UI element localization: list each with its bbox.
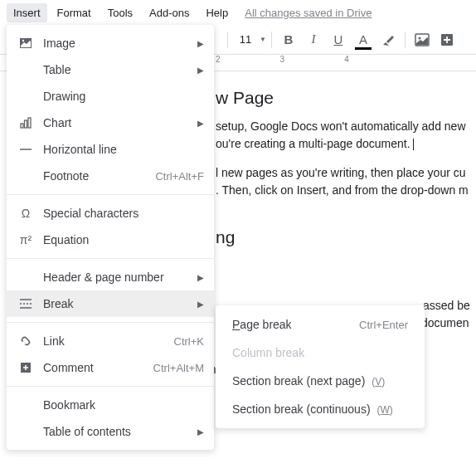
shortcut: Ctrl+K (174, 335, 204, 348)
menu-item-table[interactable]: Table ▶ (7, 56, 214, 83)
menu-label: Horizontal line (43, 143, 204, 156)
menu-item-special-chars[interactable]: Ω Special characters (7, 200, 214, 227)
menu-label: Table (43, 63, 197, 76)
ruler-mark: 3 (280, 55, 285, 64)
text-cursor (413, 139, 414, 150)
blank-icon (17, 423, 35, 440)
blank-icon (17, 269, 35, 285)
blank-icon (17, 88, 35, 105)
submenu-item-section-break-next[interactable]: Section break (next page) (V) (216, 367, 425, 395)
bold-button[interactable]: B (277, 28, 300, 51)
separator (7, 386, 214, 387)
horizontal-line-icon (17, 141, 35, 158)
blank-icon (17, 397, 35, 413)
chevron-right-icon: ▶ (197, 119, 204, 128)
menu-label: Link (43, 334, 174, 348)
paragraph: setup, Google Docs won't automatically a… (216, 118, 476, 153)
shortcut: Ctrl+Alt+F (155, 170, 204, 183)
menu-item-drawing[interactable]: Drawing (7, 83, 214, 110)
menu-label: Break (43, 297, 197, 310)
submenu-item-section-break-continuous[interactable]: Section break (continuous) (W) (216, 395, 425, 423)
menu-insert[interactable]: Insert (7, 3, 47, 22)
menu-help[interactable]: Help (199, 3, 235, 22)
menu-label: Footnote (43, 169, 155, 183)
saved-status[interactable]: All changes saved in Drive (245, 7, 372, 19)
chevron-right-icon: ▶ (197, 39, 204, 48)
image-icon (17, 35, 35, 51)
insert-image-button[interactable] (410, 28, 434, 51)
italic-button[interactable]: I (302, 28, 325, 51)
blank-icon (17, 168, 35, 184)
menu-label: Header & page number (43, 271, 197, 284)
link-icon (17, 333, 35, 349)
menu-label: Comment (43, 361, 153, 374)
pi-icon: π² (17, 232, 35, 248)
submenu-label: Section break (next page) (V) (232, 374, 408, 388)
heading: w Page (216, 88, 476, 108)
svg-point-1 (418, 37, 420, 39)
add-button[interactable] (435, 28, 459, 51)
submenu-item-page-break[interactable]: Page break Ctrl+Enter (216, 310, 425, 339)
menu-item-hline[interactable]: Horizontal line (7, 136, 214, 163)
menu-item-comment[interactable]: Comment Ctrl+Alt+M (7, 354, 214, 381)
chart-icon (17, 115, 35, 131)
submenu-label: Section break (continuous) (W) (232, 402, 408, 416)
chevron-right-icon: ▶ (197, 66, 204, 75)
menu-label: Chart (43, 116, 197, 129)
separator (405, 32, 406, 48)
submenu-label: Page break (232, 318, 359, 331)
ruler-mark: 2 (216, 55, 221, 64)
separator (7, 258, 214, 259)
ruler-mark: 4 (344, 55, 349, 64)
svg-rect-7 (28, 118, 31, 128)
font-size-value: 11 (233, 33, 258, 46)
paragraph: l new pages as you're writing, then plac… (216, 164, 476, 199)
chevron-right-icon: ▶ (197, 273, 204, 282)
menu-item-break[interactable]: Break ▶ (7, 290, 214, 317)
svg-rect-6 (25, 120, 27, 128)
text-color-button[interactable]: A (352, 28, 375, 51)
svg-rect-5 (21, 124, 23, 128)
menu-label: Special characters (43, 207, 204, 220)
heading: ng (216, 227, 476, 247)
chevron-right-icon: ▶ (197, 300, 204, 309)
menu-item-link[interactable]: Link Ctrl+K (7, 328, 214, 354)
menu-item-bookmark[interactable]: Bookmark (7, 392, 214, 418)
menu-item-toc[interactable]: Table of contents ▶ (7, 418, 214, 445)
separator (7, 322, 214, 323)
chevron-down-icon: ▼ (260, 36, 266, 43)
menu-label: Drawing (43, 90, 204, 103)
separator (271, 32, 272, 48)
break-submenu: Page break Ctrl+Enter Column break Secti… (216, 305, 425, 428)
menu-tools[interactable]: Tools (101, 3, 139, 22)
submenu-label: Column break (232, 346, 408, 359)
menu-item-image[interactable]: Image ▶ (7, 30, 214, 56)
menu-label: Equation (43, 233, 204, 246)
menu-label: Bookmark (43, 398, 204, 412)
menu-item-chart[interactable]: Chart ▶ (7, 110, 214, 136)
break-icon (17, 295, 35, 312)
menu-item-header-page-number[interactable]: Header & page number ▶ (7, 264, 214, 290)
shortcut: Ctrl+Alt+M (153, 362, 204, 374)
font-size-control[interactable]: 11 ▼ (233, 33, 266, 46)
insert-dropdown: Image ▶ Table ▶ Drawing Chart ▶ Horizont… (7, 25, 214, 450)
menu-format[interactable]: Format (51, 3, 98, 22)
omega-icon: Ω (17, 205, 35, 222)
menu-label: Table of contents (43, 425, 197, 438)
shortcut: Ctrl+Enter (359, 319, 408, 331)
menu-item-equation[interactable]: π² Equation (7, 227, 214, 253)
submenu-item-column-break: Column break (216, 339, 425, 367)
chevron-right-icon: ▶ (197, 427, 204, 436)
comment-icon (17, 359, 35, 376)
menu-label: Image (43, 37, 197, 50)
underline-button[interactable]: U (327, 28, 350, 51)
menubar: Insert Format Tools Add-ons Help All cha… (0, 0, 476, 25)
menu-item-footnote[interactable]: Footnote Ctrl+Alt+F (7, 163, 214, 189)
menu-addons[interactable]: Add-ons (143, 3, 196, 22)
separator (227, 32, 228, 48)
svg-point-4 (22, 40, 24, 41)
blank-icon (17, 61, 35, 78)
highlight-button[interactable] (376, 28, 400, 51)
separator (7, 194, 214, 195)
